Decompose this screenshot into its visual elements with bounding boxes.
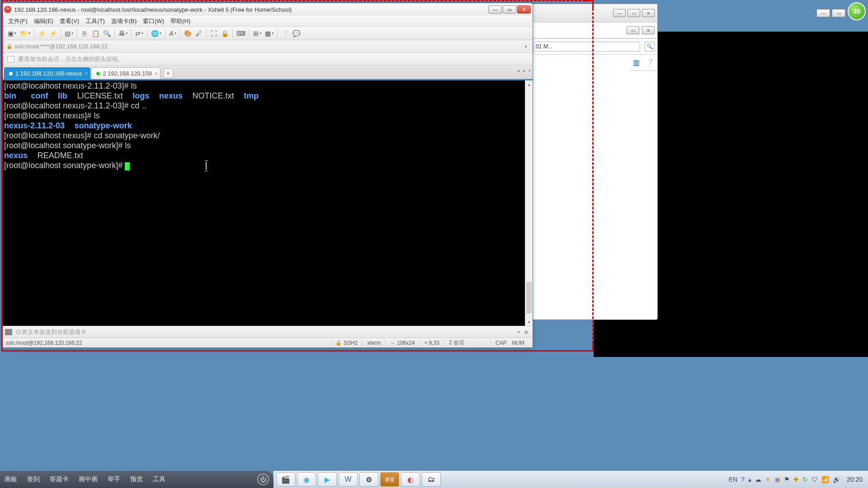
down-arrow-icon[interactable]: ↓ — [481, 340, 486, 346]
address-bar: 🔒 ssh://root:****@192.168.120.166:22 ▾ — [2, 40, 533, 53]
address-text[interactable]: ssh://root:****@192.168.120.166:22 — [14, 43, 522, 50]
presenter-raisehand[interactable]: 举手 — [108, 475, 120, 483]
scroll-thumb[interactable] — [526, 282, 532, 314]
tray-sun-icon[interactable]: ☀ — [765, 476, 771, 483]
close-tab-icon[interactable]: × — [85, 70, 88, 77]
open-button[interactable]: 📁▾ — [19, 28, 32, 38]
taskbar-app-1[interactable]: 🎬 — [276, 472, 295, 487]
help-icon[interactable]: ❔ — [646, 58, 655, 67]
tray-refresh-icon[interactable]: ↻ — [802, 476, 808, 483]
terminal-cursor — [125, 162, 130, 170]
fullscreen-button[interactable]: ⛶ — [209, 28, 219, 38]
bg-close-button[interactable]: ✕ — [642, 9, 655, 17]
taskbar-app-active[interactable]: 课堂 — [380, 472, 399, 487]
window-title: 192.168.120.166-nexus - root@localhost:/… — [14, 6, 488, 13]
tab-list-button[interactable]: ▾ — [528, 68, 531, 73]
outer-minimize-button[interactable]: — — [816, 9, 830, 17]
chat-button[interactable]: 💬 — [291, 28, 302, 38]
tray-shield-icon[interactable]: 🛡 — [811, 476, 818, 483]
tray-network-icon[interactable]: 📶 — [821, 476, 829, 483]
properties-button[interactable]: ▤▾ — [63, 28, 75, 38]
tray-up-icon[interactable]: ▴ — [748, 476, 751, 483]
presenter-checkin[interactable]: 签到 — [27, 475, 40, 483]
scroll-up-icon[interactable]: ▴ — [525, 80, 533, 88]
compose-placeholder[interactable]: 仅将文本发送到当前选项卡 — [16, 328, 515, 336]
taskbar-app-2[interactable]: ◉ — [297, 472, 316, 487]
title-bar[interactable]: 192.168.120.166-nexus - root@localhost:/… — [2, 3, 533, 16]
menu-window[interactable]: 窗口(W) — [143, 17, 164, 25]
tab-label: 2 192.168.120.158 — [103, 70, 151, 77]
menu-help[interactable]: 帮助(H) — [170, 17, 190, 25]
xftp-button[interactable]: ⇄▾ — [134, 28, 145, 38]
close-button[interactable]: ✕ — [517, 5, 531, 14]
copy-button[interactable]: ⎘ — [80, 28, 90, 38]
new-session-button[interactable]: ▣▾ — [6, 28, 18, 38]
add-tab-button[interactable]: ⊞▾ — [252, 28, 263, 38]
tray-clock[interactable]: 20:20 — [844, 476, 865, 483]
presenter-pip[interactable]: 画中画 — [79, 475, 98, 483]
session-tab-1[interactable]: 1 192.168.120.166-nexus × — [4, 67, 90, 79]
taskbar-app-6[interactable]: 🗂 — [422, 472, 441, 487]
taskbar-app-3[interactable]: ▶ — [318, 472, 337, 487]
taskbar-app-xshell[interactable]: ◐ — [401, 472, 420, 487]
reconnect-button[interactable]: ⚡ — [37, 28, 47, 38]
cursor-pos-icon: ⌖ — [425, 340, 427, 346]
menu-tabs[interactable]: 选项卡(B) — [111, 17, 137, 25]
tray-flag-icon[interactable]: ⚑ — [784, 476, 790, 483]
taskbar-app-word[interactable]: W — [339, 472, 358, 487]
web-button[interactable]: 🌐▾ — [150, 28, 163, 38]
lock-button[interactable]: 🔒 — [220, 28, 230, 38]
keyboard-button[interactable]: ⌨ — [235, 28, 247, 38]
tile-button[interactable]: ▦▾ — [264, 28, 275, 38]
taskbar-app-settings[interactable]: ⚙ — [359, 472, 378, 487]
bg-maximize-button[interactable]: ▭ — [627, 9, 640, 17]
address-dropdown[interactable]: ▾ — [522, 44, 530, 49]
help-button[interactable]: ❔ — [280, 28, 290, 38]
scroll-down-icon[interactable]: ▾ — [525, 318, 533, 326]
presenter-quiz[interactable]: 答题卡 — [50, 475, 69, 483]
font-button[interactable]: A▾ — [168, 28, 178, 38]
bg-close2-button[interactable]: ✕ — [642, 26, 655, 34]
highlight-button[interactable]: 🖊 — [194, 28, 204, 38]
terminal-output[interactable]: [root@localhost nexus-2.11.2-03]# ls bin… — [2, 80, 525, 326]
tab-prev-button[interactable]: ◄ — [516, 68, 520, 73]
color-scheme-button[interactable]: 🎨 — [183, 28, 193, 38]
close-tab-icon[interactable]: × — [155, 70, 158, 77]
presenter-canvas[interactable]: 画板 — [5, 475, 17, 483]
compose-dropdown[interactable]: ▾ — [515, 330, 523, 334]
tray-weather-icon[interactable]: ☁ — [755, 476, 761, 483]
menu-file[interactable]: 文件(F) — [8, 17, 28, 25]
tray-volume-icon[interactable]: 🔊 — [833, 476, 840, 483]
disconnect-button[interactable]: ⚡ — [48, 28, 58, 38]
info-text: 要添加当前会话，点击左侧的箭头按钮。 — [18, 55, 124, 63]
menu-view[interactable]: 查看(V) — [60, 17, 79, 25]
menu-tools[interactable]: 工具(T) — [85, 17, 105, 25]
maximize-button[interactable]: ▭ — [503, 5, 516, 14]
compose-menu-icon[interactable]: ≡ — [523, 328, 530, 336]
bg-restore-button[interactable]: ▭ — [627, 26, 639, 34]
bg-address-field[interactable]: 01 M... — [533, 42, 640, 52]
power-icon[interactable]: ⏻ — [257, 474, 269, 485]
find-button[interactable]: 🔍 — [102, 28, 112, 38]
bg-minimize-button[interactable]: — — [613, 9, 626, 17]
minimize-button[interactable]: — — [488, 5, 502, 14]
presenter-preview[interactable]: 预览 — [130, 475, 143, 483]
print-button[interactable]: 🖶▾ — [117, 28, 129, 38]
new-tab-button[interactable]: + — [163, 68, 173, 78]
tray-help-icon[interactable]: ? — [741, 476, 745, 483]
menu-edit[interactable]: 编辑(E) — [34, 17, 53, 25]
terminal-scrollbar[interactable]: ▴ ▾ — [525, 80, 533, 326]
tray-box-icon[interactable]: ▣ — [774, 476, 780, 483]
lock-icon: 🔒 — [6, 43, 13, 49]
tray-plus-icon[interactable]: ✚ — [793, 476, 799, 483]
session-tab-2[interactable]: 2 192.168.120.158 × — [91, 67, 160, 79]
ime-indicator[interactable]: EN — [729, 476, 737, 483]
bookmark-icon[interactable] — [7, 56, 14, 62]
presenter-tools[interactable]: 工具 — [153, 475, 165, 483]
outer-maximize-button[interactable]: ▭ — [832, 9, 845, 17]
paste-button[interactable]: 📋 — [90, 28, 101, 38]
tab-next-button[interactable]: ► — [522, 68, 527, 73]
search-icon[interactable]: 🔍 — [645, 42, 655, 52]
up-arrow-icon[interactable]: ↑ — [473, 340, 479, 346]
layout-icon[interactable]: ▥ — [633, 58, 640, 67]
